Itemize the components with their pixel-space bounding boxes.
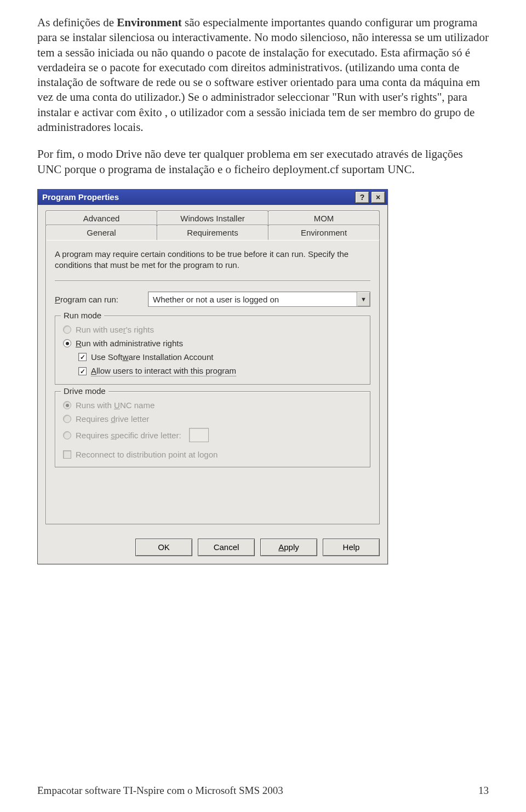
program-can-run-row: Program can run: Whether or not a user i… — [55, 291, 370, 307]
radio-specific-letter: Requires specific drive letter: — [63, 426, 362, 444]
drive-mode-group: Drive mode Runs with UNC name Requires d… — [55, 391, 370, 467]
radio-user-rights: Run with user's rights — [63, 323, 362, 336]
dialog-title: Program Properties — [42, 192, 119, 202]
checkbox-icon — [63, 450, 71, 459]
paragraph-2: Por fim, o modo Drive não deve ter qualq… — [37, 147, 489, 177]
program-can-run-value: Whether or not a user is logged on — [148, 295, 357, 304]
radio-unc-label: Runs with UNC name — [76, 401, 155, 410]
separator — [55, 281, 370, 282]
radio-drive-letter: Requires drive letter — [63, 412, 362, 426]
dialog-titlebar[interactable]: Program Properties ? × — [38, 190, 387, 205]
checkbox-icon: ✓ — [78, 353, 87, 361]
para1-c: são especialmente importantes quando con… — [37, 16, 489, 134]
radio-admin-rights[interactable]: Run with administrative rights — [63, 336, 362, 350]
check-software-account[interactable]: ✓ Use Software Installation Account — [78, 350, 362, 364]
para1-a: As definições de — [37, 16, 117, 29]
close-icon[interactable]: × — [371, 191, 385, 203]
dialog-button-bar: OK Cancel Apply Help — [38, 532, 387, 564]
dropdown-icon[interactable]: ▼ — [357, 292, 370, 306]
tab-description: A program may require certain conditions… — [55, 249, 370, 271]
apply-button[interactable]: Apply — [260, 539, 317, 556]
radio-icon — [63, 415, 71, 423]
radio-unc: Runs with UNC name — [63, 398, 362, 412]
check-allow-interact-label: Allow users to interact with this progra… — [91, 366, 236, 376]
footer-left: Empacotar software TI-Nspire com o Micro… — [37, 785, 283, 797]
check-reconnect: Reconnect to distribution point at logon — [63, 448, 362, 461]
check-allow-interact[interactable]: ✓ Allow users to interact with this prog… — [78, 364, 362, 379]
tab-windows-installer[interactable]: Windows Installer — [157, 210, 268, 225]
para1-bold: Environment — [117, 16, 182, 29]
program-can-run-select[interactable]: Whether or not a user is logged on ▼ — [148, 291, 370, 307]
environment-tab-panel: A program may require certain conditions… — [45, 239, 380, 524]
help-icon[interactable]: ? — [355, 191, 369, 203]
radio-drive-letter-label: Requires drive letter — [76, 414, 149, 424]
check-software-account-label: Use Software Installation Account — [91, 352, 213, 362]
help-button[interactable]: Help — [323, 539, 380, 556]
paragraph-1: As definições de Environment são especia… — [37, 15, 489, 135]
check-reconnect-label: Reconnect to distribution point at logon — [76, 450, 218, 459]
checkbox-icon: ✓ — [78, 367, 87, 375]
radio-user-rights-label: Run with user's rights — [76, 325, 154, 334]
page-footer: Empacotar software TI-Nspire com o Micro… — [37, 785, 489, 797]
tab-environment[interactable]: Environment — [268, 225, 380, 240]
radio-icon — [63, 401, 71, 409]
radio-icon — [63, 325, 71, 334]
program-properties-dialog: Program Properties ? × Advanced Windows … — [37, 189, 388, 564]
radio-specific-letter-label: Requires specific drive letter: — [76, 431, 181, 440]
tab-advanced[interactable]: Advanced — [45, 210, 157, 225]
tab-general[interactable]: General — [45, 225, 157, 240]
footer-page-number: 13 — [478, 785, 489, 797]
radio-icon — [63, 339, 71, 347]
radio-admin-rights-label: Run with administrative rights — [76, 339, 183, 348]
tab-strip: Advanced Windows Installer MOM General R… — [45, 210, 380, 240]
run-mode-group: Run mode Run with user's rights Run with… — [55, 316, 370, 385]
ok-button[interactable]: OK — [135, 539, 192, 556]
drive-letter-input — [189, 428, 209, 442]
program-can-run-label: Program can run: — [55, 295, 148, 304]
tab-requirements[interactable]: Requirements — [157, 225, 268, 240]
run-mode-legend: Run mode — [61, 311, 104, 320]
tab-mom[interactable]: MOM — [268, 210, 380, 225]
cancel-button[interactable]: Cancel — [198, 539, 255, 556]
radio-icon — [63, 431, 71, 439]
drive-mode-legend: Drive mode — [61, 386, 108, 396]
